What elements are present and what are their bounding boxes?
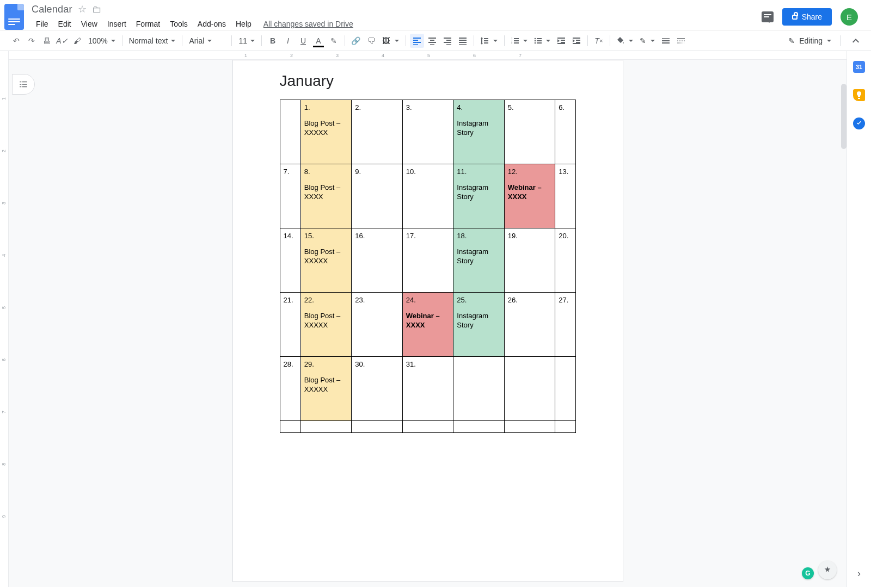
- calendar-cell[interactable]: 28.: [280, 357, 300, 421]
- decrease-indent-button[interactable]: [554, 34, 568, 48]
- zoom-dropdown[interactable]: 100%: [85, 34, 119, 48]
- calendar-cell[interactable]: 30.: [352, 357, 403, 421]
- calendar-cell[interactable]: 6.: [555, 100, 575, 164]
- italic-button[interactable]: I: [281, 34, 295, 48]
- menu-format[interactable]: Format: [132, 17, 164, 30]
- save-status[interactable]: All changes saved in Drive: [263, 20, 353, 28]
- calendar-cell[interactable]: 15.Blog Post – XXXXX: [300, 228, 352, 293]
- move-folder-icon[interactable]: 🗀: [92, 4, 102, 15]
- calendar-cell[interactable]: [504, 357, 555, 421]
- calendar-cell[interactable]: 2.: [352, 100, 403, 164]
- paragraph-style-dropdown[interactable]: Normal text: [126, 34, 179, 48]
- font-dropdown[interactable]: Arial: [186, 34, 228, 48]
- clear-formatting-button[interactable]: T✕: [592, 34, 606, 48]
- horizontal-ruler[interactable]: 1234567: [9, 51, 847, 60]
- document-outline-button[interactable]: [12, 74, 35, 95]
- calendar-cell[interactable]: 4.Instagram Story: [453, 100, 505, 164]
- calendar-cell[interactable]: 18.Instagram Story: [453, 228, 505, 293]
- vertical-ruler[interactable]: 123456789: [0, 51, 9, 587]
- editing-mode-dropdown[interactable]: ✎ Editing: [783, 36, 837, 45]
- cell-fill-color-button[interactable]: [614, 34, 636, 48]
- comments-icon[interactable]: [762, 11, 774, 22]
- text-color-button[interactable]: A: [311, 34, 326, 48]
- calendar-cell[interactable]: [555, 421, 575, 433]
- calendar-cell[interactable]: 14.: [280, 228, 300, 293]
- docs-logo-icon[interactable]: [4, 4, 24, 30]
- highlight-color-button[interactable]: ✎: [327, 34, 341, 48]
- calendar-cell[interactable]: [402, 421, 453, 433]
- calendar-cell[interactable]: 12.Webinar – XXXX: [504, 164, 555, 228]
- calendar-cell[interactable]: 20.: [555, 228, 575, 293]
- document-title[interactable]: Calendar: [32, 4, 72, 15]
- menu-edit[interactable]: Edit: [54, 17, 76, 30]
- calendar-cell[interactable]: 5.: [504, 100, 555, 164]
- document-canvas[interactable]: 1234567 January 1.Blog Post – XXXXX2.3.4…: [9, 51, 847, 587]
- calendar-cell[interactable]: 3.: [402, 100, 453, 164]
- calendar-cell[interactable]: 22.Blog Post – XXXXX: [300, 293, 352, 357]
- menu-file[interactable]: File: [32, 17, 53, 30]
- calendar-cell[interactable]: [280, 100, 300, 164]
- calendar-cell[interactable]: [453, 357, 505, 421]
- calendar-cell[interactable]: 21.: [280, 293, 300, 357]
- calendar-cell[interactable]: 27.: [555, 293, 575, 357]
- menu-view[interactable]: View: [77, 17, 102, 30]
- keep-sidepanel-icon[interactable]: [853, 89, 865, 101]
- tasks-sidepanel-icon[interactable]: [853, 117, 865, 129]
- calendar-cell[interactable]: 31.: [402, 357, 453, 421]
- increase-indent-button[interactable]: [569, 34, 584, 48]
- scrollbar-thumb[interactable]: [841, 84, 847, 149]
- calendar-cell[interactable]: [352, 421, 403, 433]
- insert-image-button[interactable]: 🖼: [379, 34, 402, 48]
- calendar-cell[interactable]: 10.: [402, 164, 453, 228]
- calendar-cell[interactable]: 9.: [352, 164, 403, 228]
- insert-comment-button[interactable]: 🗨: [364, 34, 378, 48]
- paint-format-button[interactable]: 🖌: [70, 34, 84, 48]
- document-page[interactable]: January 1.Blog Post – XXXXX2.3.4.Instagr…: [232, 60, 623, 582]
- numbered-list-button[interactable]: 123: [508, 34, 531, 48]
- calendar-cell[interactable]: 13.: [555, 164, 575, 228]
- bold-button[interactable]: B: [266, 34, 280, 48]
- calendar-sidepanel-icon[interactable]: 31: [853, 61, 865, 73]
- calendar-cell[interactable]: 25.Instagram Story: [453, 293, 505, 357]
- insert-link-button[interactable]: 🔗: [349, 34, 363, 48]
- print-button[interactable]: 🖶: [40, 34, 54, 48]
- collapse-toolbar-button[interactable]: [849, 34, 862, 47]
- calendar-cell[interactable]: 1.Blog Post – XXXXX: [300, 100, 352, 164]
- calendar-cell[interactable]: [280, 421, 300, 433]
- calendar-cell[interactable]: 16.: [352, 228, 403, 293]
- align-center-button[interactable]: [425, 34, 439, 48]
- calendar-cell[interactable]: 29.Blog Post – XXXXX: [300, 357, 352, 421]
- calendar-cell[interactable]: 26.: [504, 293, 555, 357]
- calendar-cell[interactable]: 23.: [352, 293, 403, 357]
- menu-insert[interactable]: Insert: [103, 17, 131, 30]
- share-button[interactable]: Share: [782, 8, 832, 26]
- line-spacing-button[interactable]: [477, 34, 501, 48]
- calendar-cell[interactable]: 7.: [280, 164, 300, 228]
- calendar-table[interactable]: 1.Blog Post – XXXXX2.3.4.Instagram Story…: [280, 100, 576, 433]
- align-justify-button[interactable]: [456, 34, 470, 48]
- account-avatar[interactable]: E: [841, 8, 858, 26]
- menu-tools[interactable]: Tools: [165, 17, 192, 30]
- underline-button[interactable]: U: [296, 34, 310, 48]
- menu-addons[interactable]: Add-ons: [193, 17, 230, 30]
- calendar-cell[interactable]: 8.Blog Post – XXXX: [300, 164, 352, 228]
- calendar-cell[interactable]: 24.Webinar – XXXX: [402, 293, 453, 357]
- redo-button[interactable]: ↷: [24, 34, 39, 48]
- calendar-cell[interactable]: [300, 421, 352, 433]
- align-right-button[interactable]: [440, 34, 455, 48]
- bulleted-list-button[interactable]: [531, 34, 554, 48]
- grammarly-icon[interactable]: G: [802, 567, 814, 579]
- calendar-cell[interactable]: 17.: [402, 228, 453, 293]
- menu-help[interactable]: Help: [231, 17, 256, 30]
- border-style-button[interactable]: [674, 34, 688, 48]
- spellcheck-button[interactable]: A✓: [55, 34, 69, 48]
- calendar-cell[interactable]: 11.Instagram Story: [453, 164, 505, 228]
- calendar-cell[interactable]: 19.: [504, 228, 555, 293]
- border-width-button[interactable]: [659, 34, 673, 48]
- star-icon[interactable]: ☆: [78, 3, 87, 15]
- explore-button[interactable]: [818, 561, 837, 579]
- page-heading[interactable]: January: [280, 72, 576, 90]
- undo-button[interactable]: ↶: [9, 34, 23, 48]
- align-left-button[interactable]: [410, 34, 424, 48]
- calendar-cell[interactable]: [555, 357, 575, 421]
